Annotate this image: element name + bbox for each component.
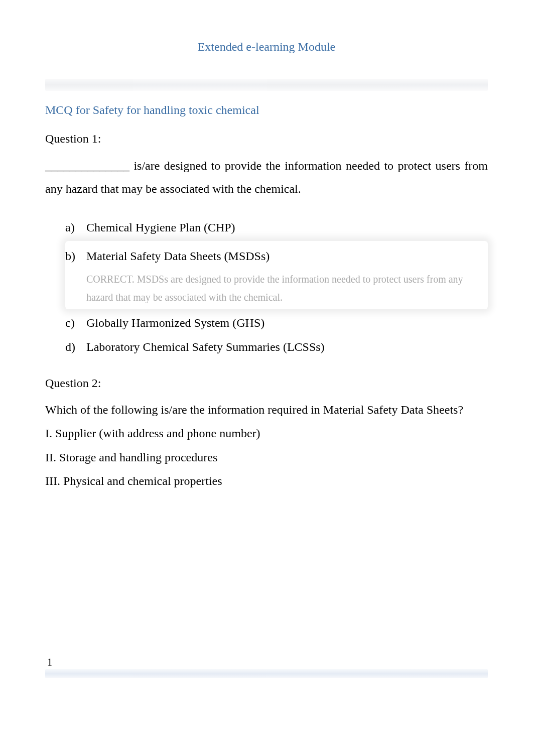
footer-band — [45, 669, 488, 678]
option-letter: b) — [65, 247, 86, 265]
question-2-item-iii: III. Physical and chemical properties — [45, 470, 488, 492]
page-footer: 1 — [45, 657, 488, 678]
option-text: Laboratory Chemical Safety Summaries (LC… — [86, 338, 484, 356]
option-letter: c) — [65, 314, 86, 332]
option-d[interactable]: d) Laboratory Chemical Safety Summaries … — [65, 335, 488, 359]
option-b[interactable]: b) Material Safety Data Sheets (MSDSs) — [65, 244, 482, 268]
option-text: Chemical Hygiene Plan (CHP) — [86, 218, 484, 236]
question-1-options: a) Chemical Hygiene Plan (CHP) b) Materi… — [45, 215, 488, 359]
option-letter: a) — [65, 218, 86, 236]
question-1-text: ______________ is/are designed to provid… — [45, 155, 488, 200]
question-2-item-i: I. Supplier (with address and phone numb… — [45, 423, 488, 444]
section-heading: MCQ for Safety for handling toxic chemic… — [45, 103, 488, 117]
question-1: Question 1: ______________ is/are design… — [45, 132, 488, 359]
module-title: Extended e-learning Module — [45, 40, 488, 54]
option-b-correct-highlight: b) Material Safety Data Sheets (MSDSs) C… — [65, 241, 488, 309]
question-2-stem: Which of the following is/are the inform… — [45, 399, 488, 421]
divider-band — [45, 79, 488, 91]
option-letter: d) — [65, 338, 86, 356]
option-a[interactable]: a) Chemical Hygiene Plan (CHP) — [65, 215, 488, 239]
correct-explanation: CORRECT. MSDSs are designed to provide t… — [65, 268, 482, 306]
page-number: 1 — [45, 657, 488, 668]
question-2-label: Question 2: — [45, 376, 488, 390]
question-2-item-ii: II. Storage and handling procedures — [45, 447, 488, 468]
option-c[interactable]: c) Globally Harmonized System (GHS) — [65, 311, 488, 335]
question-2: Question 2: Which of the following is/ar… — [45, 376, 488, 492]
question-1-label: Question 1: — [45, 132, 488, 146]
option-text: Globally Harmonized System (GHS) — [86, 314, 484, 332]
option-text: Material Safety Data Sheets (MSDSs) — [86, 247, 478, 265]
